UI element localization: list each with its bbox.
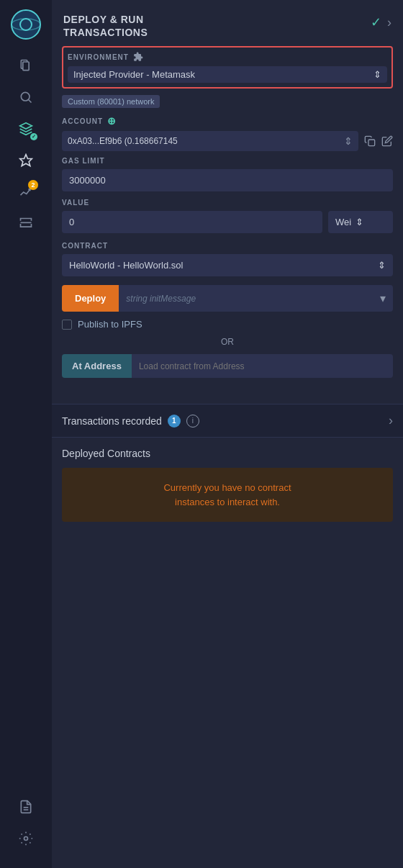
environment-section: ENVIRONMENT Injected Provider - Metamask… bbox=[62, 46, 393, 89]
environment-arrow: ⇕ bbox=[373, 69, 381, 80]
plugin-icon bbox=[133, 52, 143, 62]
sidebar-item-verify[interactable] bbox=[12, 210, 40, 238]
contract-select[interactable]: HelloWorld - HelloWorld.sol ⇕ bbox=[62, 254, 393, 276]
edit-account-icon[interactable] bbox=[381, 135, 393, 147]
svg-point-12 bbox=[24, 837, 28, 841]
or-divider: OR bbox=[62, 337, 393, 347]
sidebar-item-settings[interactable] bbox=[12, 825, 40, 852]
deployed-contracts-section: Deployed Contracts Currently you have no… bbox=[52, 438, 403, 522]
publish-row: Publish to IPFS bbox=[62, 319, 393, 330]
contract-label: CONTRACT bbox=[62, 242, 393, 250]
transactions-expand-icon[interactable]: › bbox=[389, 413, 393, 428]
sidebar-item-compile[interactable]: ✓ bbox=[12, 115, 40, 143]
account-row: 0xA03...Ef9b6 (0.168667145 ⇕ bbox=[62, 131, 393, 151]
at-address-button[interactable]: At Address bbox=[62, 354, 132, 378]
copy-address-icon[interactable] bbox=[364, 135, 376, 147]
account-label: ACCOUNT ⊕ bbox=[62, 115, 393, 127]
publish-ipfs-checkbox[interactable] bbox=[62, 320, 72, 330]
deploy-row: Deploy string initMessage ▾ bbox=[62, 285, 393, 312]
value-row: Wei ⇕ bbox=[62, 211, 393, 233]
sidebar: ✓ 2 bbox=[0, 0, 52, 868]
panel-body: ENVIRONMENT Injected Provider - Metamask… bbox=[52, 46, 403, 404]
transactions-count-badge: 1 bbox=[168, 415, 181, 428]
sidebar-item-analytics[interactable]: 2 bbox=[12, 178, 40, 206]
environment-label: ENVIRONMENT bbox=[68, 52, 387, 62]
check-icon: ✓ bbox=[371, 14, 381, 30]
panel-header: DEPLOY & RUN TRANSACTIONS ✓ › bbox=[52, 0, 403, 46]
gas-limit-label: GAS LIMIT bbox=[62, 157, 393, 165]
account-arrow: ⇕ bbox=[344, 135, 353, 147]
contract-arrow: ⇕ bbox=[378, 260, 386, 271]
transactions-label: Transactions recorded bbox=[62, 415, 162, 427]
account-select[interactable]: 0xA03...Ef9b6 (0.168667145 ⇕ bbox=[62, 131, 358, 151]
sidebar-item-plugins[interactable] bbox=[12, 793, 40, 820]
at-address-row: At Address bbox=[62, 354, 393, 378]
deployed-contracts-title: Deployed Contracts bbox=[62, 448, 393, 459]
transactions-info-icon[interactable]: i bbox=[186, 415, 199, 428]
panel-header-icons: ✓ › bbox=[371, 14, 391, 30]
svg-rect-4 bbox=[23, 62, 29, 71]
no-contracts-message: Currently you have no contract instances… bbox=[72, 481, 383, 509]
at-address-input[interactable] bbox=[132, 354, 393, 378]
svg-point-5 bbox=[21, 92, 30, 101]
network-badge: Custom (80001) network bbox=[62, 95, 160, 108]
sidebar-item-deploy[interactable] bbox=[12, 147, 40, 174]
sidebar-item-search[interactable] bbox=[12, 83, 40, 111]
deploy-expand-icon[interactable]: ▾ bbox=[373, 285, 393, 312]
svg-rect-13 bbox=[368, 140, 375, 146]
svg-marker-7 bbox=[20, 123, 32, 129]
value-label: VALUE bbox=[62, 199, 393, 207]
deploy-button[interactable]: Deploy bbox=[62, 285, 119, 312]
svg-marker-8 bbox=[20, 155, 32, 166]
publish-ipfs-label: Publish to IPFS bbox=[78, 319, 142, 330]
unit-arrow: ⇕ bbox=[356, 217, 363, 227]
svg-line-6 bbox=[29, 100, 32, 103]
analytics-badge: 2 bbox=[28, 180, 38, 190]
main-panel: DEPLOY & RUN TRANSACTIONS ✓ › ENVIRONMEN… bbox=[52, 0, 403, 868]
transactions-left: Transactions recorded 1 i bbox=[62, 415, 199, 428]
gas-limit-input[interactable] bbox=[62, 169, 393, 191]
add-account-icon[interactable]: ⊕ bbox=[107, 115, 117, 127]
svg-point-0 bbox=[12, 10, 40, 39]
panel-title: DEPLOY & RUN TRANSACTIONS bbox=[63, 13, 148, 39]
app-logo bbox=[10, 9, 42, 40]
transactions-bar[interactable]: Transactions recorded 1 i › bbox=[52, 404, 403, 438]
no-contracts-box: Currently you have no contract instances… bbox=[62, 468, 393, 522]
unit-select[interactable]: Wei ⇕ bbox=[328, 211, 393, 233]
environment-select[interactable]: Injected Provider - Metamask ⇕ bbox=[68, 66, 387, 83]
sidebar-item-files[interactable] bbox=[12, 52, 40, 79]
deploy-args: string initMessage bbox=[119, 285, 373, 312]
value-amount-input[interactable] bbox=[62, 211, 322, 233]
forward-icon[interactable]: › bbox=[387, 15, 391, 30]
